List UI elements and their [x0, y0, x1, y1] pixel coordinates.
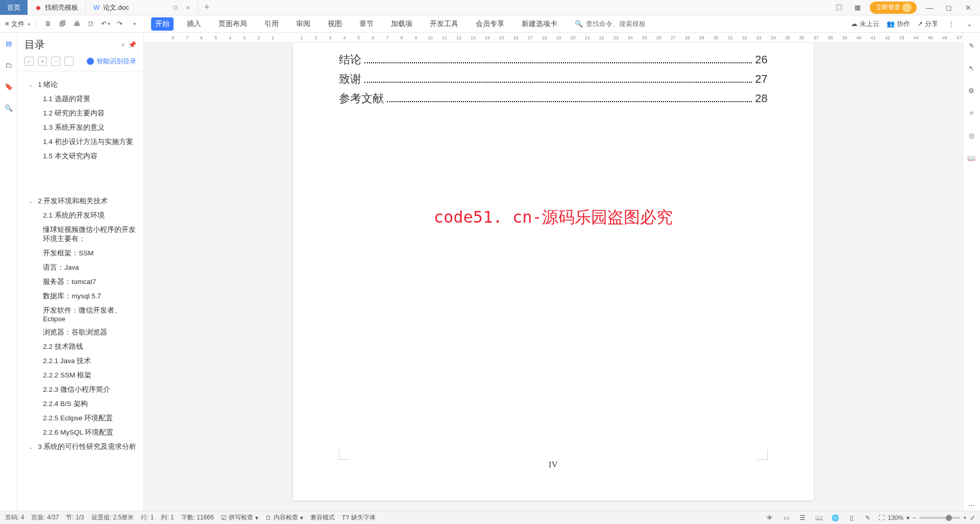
undo-icon[interactable]: ↶	[100, 18, 111, 30]
sb-row[interactable]: 行: 1	[141, 513, 154, 522]
outline-item[interactable]: 语言：Java	[23, 260, 143, 275]
ribbon-review[interactable]: 审阅	[292, 17, 314, 31]
view-pencil-icon[interactable]: ✎	[862, 512, 873, 523]
ribbon-member[interactable]: 会员专享	[472, 17, 508, 31]
search-input[interactable]	[586, 20, 663, 28]
chevron-down-icon[interactable]: ⌄	[29, 82, 35, 88]
outline-item[interactable]: 数据库：mysql 5.7	[23, 289, 143, 303]
zoom-in-button[interactable]: +	[963, 514, 967, 521]
sb-content-check[interactable]: 🗋 内容检查 ▾	[265, 513, 303, 522]
outline-item[interactable]: 2.2 技术路线	[23, 340, 143, 354]
collapse-icon[interactable]: ⌄	[964, 18, 975, 30]
smart-outline-button[interactable]: 智能识别目录	[87, 57, 136, 66]
sb-setting[interactable]: 设置值: 2.5厘米	[91, 513, 134, 522]
window-icon[interactable]: ⧉	[172, 4, 179, 11]
star-icon[interactable]: ✧	[966, 107, 977, 118]
outline-item[interactable]: 2.2.5 Eclipse 环境配置	[23, 411, 143, 425]
outline-item[interactable]: 浏览器：谷歌浏览器	[23, 325, 143, 340]
ribbon-view[interactable]: 视图	[324, 17, 346, 31]
toc-entry[interactable]: 致谢27	[339, 72, 768, 87]
ribbon-addon[interactable]: 加载项	[387, 17, 416, 31]
ribbon-layout[interactable]: 页面布局	[214, 17, 251, 31]
outline-item[interactable]: 1.2 研究的主要内容	[23, 106, 143, 121]
file-menu[interactable]: ≡ 文件	[5, 19, 30, 29]
box-icon[interactable]	[64, 57, 74, 66]
outline-item[interactable]: 2.2.4 B/S 架构	[23, 397, 143, 411]
grid-icon[interactable]: ▦	[851, 2, 864, 14]
zoom-slider[interactable]	[919, 517, 960, 519]
outline-item[interactable]: ⌄3 系统的可行性研究及需求分析	[23, 440, 143, 454]
panel-close-icon[interactable]: ×	[121, 41, 125, 49]
ribbon-insert[interactable]: 插入	[183, 17, 205, 31]
minus-icon[interactable]: −	[51, 57, 60, 66]
cursor-icon[interactable]: ↖	[966, 62, 977, 74]
horizontal-ruler[interactable]: 8765432112345678910111213141516171819202…	[144, 33, 963, 43]
collab-button[interactable]: 👥协作	[887, 19, 910, 29]
toc-entry[interactable]: 参考文献28	[339, 91, 768, 106]
command-search[interactable]: 🔍	[575, 20, 663, 28]
preview-icon[interactable]: 🗋	[86, 18, 97, 30]
zoom-out-button[interactable]: −	[913, 514, 916, 521]
close-button[interactable]: ✕	[962, 4, 975, 12]
share-button[interactable]: ↗分享	[917, 19, 938, 29]
outline-item[interactable]: 开发框架：SSM	[23, 246, 143, 260]
sb-missing-font[interactable]: T? 缺失字体	[342, 513, 376, 522]
sb-words[interactable]: 字数: 11666	[181, 513, 214, 522]
fit-icon[interactable]: ⛶	[878, 514, 885, 521]
cloud-status[interactable]: ☁未上云	[851, 19, 879, 29]
ribbon-reference[interactable]: 引用	[260, 17, 283, 31]
outline-item[interactable]: ⌄2 开发环境和相关技术	[23, 194, 143, 208]
more-dots-icon[interactable]: ⋯	[966, 499, 977, 511]
outline-item[interactable]: 1.5 本文研究内容	[23, 149, 143, 163]
outline-item[interactable]: 2.2.3 微信小程序简介	[23, 383, 143, 397]
book-icon[interactable]: 📖	[966, 152, 977, 163]
tab-document[interactable]: W 论文.doc ⧉ ×	[86, 0, 198, 15]
outline-item[interactable]: 懂球短视频微信小程序的开发环境主要有：	[23, 223, 143, 246]
layout-icon[interactable]: ⿴	[833, 2, 845, 14]
chevron-down-icon[interactable]: ⌄	[29, 444, 35, 450]
login-button[interactable]: 立即登录	[870, 2, 917, 14]
sb-col[interactable]: 列: 1	[161, 513, 174, 522]
toc-entry[interactable]: 结论26	[339, 52, 768, 67]
edit-icon[interactable]: ✎	[966, 40, 977, 51]
outline-icon[interactable]: ▤	[3, 38, 14, 49]
zoom-control[interactable]: ⛶ 130%▾ − + ⤢	[878, 514, 975, 521]
more-icon[interactable]: ⋮	[945, 18, 957, 30]
search-rail-icon[interactable]: 🔍	[3, 102, 14, 113]
view-eye-icon[interactable]: 👁	[764, 512, 775, 523]
folder-icon[interactable]: 🗀	[3, 59, 14, 70]
ribbon-newtab[interactable]: 新建选项卡	[518, 17, 561, 31]
plus-icon[interactable]: +	[38, 57, 47, 66]
tab-home[interactable]: 首页	[0, 0, 28, 15]
bookmark-icon[interactable]: 🔖	[3, 81, 14, 92]
outline-item[interactable]: ⌄1 绪论	[23, 78, 143, 92]
redo-icon[interactable]: ↷	[114, 18, 126, 30]
view-web-icon[interactable]: 🌐	[829, 512, 841, 523]
target-icon[interactable]: ◎	[966, 130, 977, 141]
outline-tree[interactable]: ⌄1 绪论1.1 选题的背景1.2 研究的主要内容1.3 系统开发的意义1.4 …	[17, 72, 143, 511]
view-side-icon[interactable]: ▯	[846, 512, 857, 523]
outline-item[interactable]: 1.4 初步设计方法与实施方案	[23, 135, 143, 149]
sb-spellcheck[interactable]: ☑ 拼写检查 ▾	[221, 513, 258, 522]
outline-item[interactable]: 2.1 系统的开发环境	[23, 208, 143, 223]
close-icon[interactable]: ×	[186, 4, 190, 12]
new-tab-button[interactable]: +	[198, 0, 216, 15]
outline-item[interactable]: 开发软件：微信开发者、Eclipse	[23, 303, 143, 325]
outline-item[interactable]: 1.3 系统开发的意义	[23, 121, 143, 135]
panel-pin-icon[interactable]: 📌	[128, 41, 136, 49]
ribbon-start[interactable]: 开始	[151, 17, 174, 31]
restore-button[interactable]: ◻	[942, 4, 955, 12]
view-outline-icon[interactable]: ☰	[797, 512, 808, 523]
outline-item[interactable]: 2.2.2 SSM 框架	[23, 368, 143, 383]
more-tool-icon[interactable]	[129, 18, 140, 30]
view-read-icon[interactable]: 📖	[813, 512, 824, 523]
tab-template[interactable]: ◆ 找稻壳模板	[28, 0, 86, 15]
outline-item[interactable]: 2.2.6 MySQL 环境配置	[23, 425, 143, 440]
check-icon[interactable]: ✓	[24, 57, 34, 66]
chevron-down-icon[interactable]: ⌄	[29, 199, 35, 204]
save-icon[interactable]: 🗎	[43, 18, 54, 30]
print-icon[interactable]: 🖶	[71, 18, 83, 30]
sb-compat[interactable]: 兼容模式	[310, 513, 335, 522]
fullscreen-icon[interactable]: ⤢	[970, 514, 975, 521]
canvas[interactable]: 结论26致谢27参考文献28 code51. cn-源码乐园盗图必究 IV	[144, 43, 963, 511]
